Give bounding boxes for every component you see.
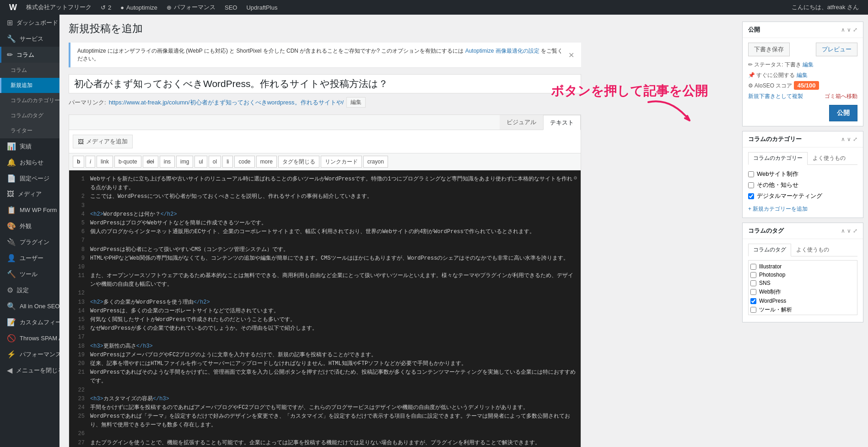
tags-expand-icon[interactable]: ⤢ bbox=[853, 228, 857, 234]
sidebar-item-label: 固定ページ bbox=[20, 174, 49, 183]
notice-link[interactable]: Autoptimize 画像最適化の設定 bbox=[465, 48, 539, 54]
toolbar-btn-close-tags[interactable]: タグを閉じる bbox=[278, 156, 319, 168]
metabox-expand-icon[interactable]: ⤢ bbox=[853, 27, 857, 33]
sidebar-item-throws-spam[interactable]: 🚫 Throws SPAM Away bbox=[0, 330, 59, 346]
category-checkbox-digital[interactable] bbox=[748, 193, 754, 199]
category-checkbox-web[interactable] bbox=[748, 171, 754, 177]
cat-toggle-icon[interactable]: ∨ bbox=[847, 136, 851, 142]
adminbar-updates[interactable]: ↺ 2 bbox=[96, 0, 116, 15]
tag-checkbox-sns[interactable] bbox=[750, 280, 756, 286]
tab-visual[interactable]: ビジュアル bbox=[500, 115, 543, 130]
sidebar-item-all-in-one-seo[interactable]: 🔍 All in One SEO bbox=[0, 298, 59, 314]
tags-toggle-icon[interactable]: ∨ bbox=[847, 228, 851, 234]
tag-checkbox-wordpress[interactable] bbox=[750, 298, 756, 304]
sidebar-item-user[interactable]: 👤 ユーザー bbox=[0, 250, 59, 266]
tag-checkbox-illustrator[interactable] bbox=[750, 264, 756, 270]
toolbar-btn-del[interactable]: del bbox=[143, 156, 158, 168]
add-category-link[interactable]: + 新規カテゴリーを追加 bbox=[748, 205, 857, 213]
sidebar-item-setting[interactable]: ⚙ 設定 bbox=[0, 282, 59, 298]
category-checkbox-other[interactable] bbox=[748, 182, 754, 188]
adminbar-updraftplus[interactable]: UpdraftPlus bbox=[242, 0, 282, 15]
trash-link[interactable]: ゴミ箱へ移動 bbox=[825, 93, 857, 100]
sidebar-item-column-tag[interactable]: コラムのタグ bbox=[0, 108, 59, 123]
code-line-23: 23<h3>カスタマイズの容易</h3> bbox=[69, 395, 581, 403]
category-tab-popular[interactable]: よく使うもの bbox=[808, 152, 851, 164]
category-tab-all[interactable]: コラムのカテゴリー bbox=[748, 152, 808, 165]
tag-checkbox-tool[interactable] bbox=[750, 307, 756, 313]
tag-item-digital: デジタルマーケティング bbox=[750, 315, 855, 315]
column-tags-metabox-header[interactable]: コラムのタグ ∧ ∨ ⤢ bbox=[743, 223, 863, 239]
tags-scroll-list[interactable]: Illustrator Photoshop SNS Web制作 bbox=[748, 260, 857, 315]
toolbar-btn-link[interactable]: link bbox=[97, 156, 113, 168]
tags-tab-popular[interactable]: よく使うもの bbox=[791, 244, 834, 256]
adminbar-seo[interactable]: SEO bbox=[220, 0, 242, 15]
publish-button[interactable]: 公開 bbox=[829, 105, 857, 121]
toolbar-btn-link-card[interactable]: リンクカード bbox=[321, 156, 362, 168]
sidebar-item-service[interactable]: 🔧 サービス bbox=[0, 31, 59, 47]
toolbar-btn-ul[interactable]: ul bbox=[194, 156, 207, 168]
sidebar-item-jisseki[interactable]: 📊 実績 bbox=[0, 138, 59, 154]
sidebar-item-oshirase[interactable]: 🔔 お知らせ bbox=[0, 154, 59, 170]
cat-expand-icon[interactable]: ⤢ bbox=[853, 136, 857, 142]
adminbar-wp-icon[interactable]: W bbox=[5, 0, 22, 15]
tag-checkbox-web[interactable] bbox=[750, 289, 756, 295]
content-main: 新規投稿を追加 Autoptimize にはオンザフライの画像最適化 (WebP… bbox=[59, 15, 590, 447]
sidebar-item-new-post[interactable]: 新規追加 bbox=[0, 78, 59, 93]
sidebar-item-performance[interactable]: ⚡ パフォーマンス bbox=[0, 346, 59, 362]
sidebar-item-writer[interactable]: ライター bbox=[0, 123, 59, 138]
toolbar-btn-b[interactable]: b bbox=[73, 156, 84, 168]
editor-settings-gear-icon[interactable]: ⚙ bbox=[574, 174, 577, 183]
column-tags-metabox-body: コラムのタグ よく使うもの Illustrator Photoshop SNS bbox=[743, 239, 863, 322]
adminbar-performance[interactable]: ⊕ パフォーマンス bbox=[162, 0, 220, 15]
tag-item-sns: SNS bbox=[750, 279, 855, 287]
sidebar-item-close-menu[interactable]: ◀ メニューを閉じる bbox=[0, 362, 59, 378]
tags-collapse-icon[interactable]: ∧ bbox=[841, 228, 845, 234]
toolbar-btn-ins[interactable]: ins bbox=[160, 156, 175, 168]
aioseo-icon: ⚙ bbox=[748, 82, 753, 89]
sidebar-item-label: カスタムフィールド bbox=[20, 318, 59, 327]
media-add-button[interactable]: 🖼 メディアを追加 bbox=[73, 135, 133, 148]
sidebar-item-column[interactable]: ✏ コラム bbox=[0, 47, 59, 63]
setting-icon: ⚙ bbox=[7, 286, 13, 294]
code-line-4: 4<h2>Wordpressとは何か？</h2> bbox=[69, 210, 581, 219]
adminbar-site[interactable]: 株式会社アットフリーク bbox=[22, 0, 96, 15]
toolbar-btn-code[interactable]: code bbox=[234, 156, 254, 168]
post-title-input[interactable] bbox=[69, 74, 581, 93]
preview-button[interactable]: プレビュー bbox=[816, 43, 857, 56]
toolbar-btn-img[interactable]: img bbox=[176, 156, 193, 168]
metabox-toggle-icon[interactable]: ∨ bbox=[847, 27, 851, 33]
toolbar-btn-crayon[interactable]: crayon bbox=[363, 156, 388, 168]
column-category-metabox-header[interactable]: コラムのカテゴリー ∧ ∨ ⤢ bbox=[743, 131, 863, 147]
sidebar-item-custom-field[interactable]: 📝 カスタムフィールド bbox=[0, 314, 59, 330]
visibility-edit-link[interactable]: 編集 bbox=[797, 72, 808, 78]
toolbar-btn-i[interactable]: i bbox=[86, 156, 95, 168]
toolbar-btn-ol[interactable]: ol bbox=[209, 156, 221, 168]
tag-checkbox-photoshop[interactable] bbox=[750, 272, 756, 278]
tab-text[interactable]: テキスト bbox=[543, 115, 581, 130]
sidebar-item-column-list[interactable]: コラム bbox=[0, 63, 59, 78]
publish-metabox-header[interactable]: 公開 ∧ ∨ ⤢ bbox=[743, 22, 863, 38]
code-editor[interactable]: ⚙ 1Webサイトを新たに立ち上げる際や古いサイトのリニューアル時に選ばれること… bbox=[69, 170, 581, 447]
new-post-label: 新規追加 bbox=[11, 82, 32, 89]
tags-tab-all[interactable]: コラムのタグ bbox=[748, 244, 791, 256]
permalink-link[interactable]: https://www.at-freak.jp/column/初心者がまず知って… bbox=[109, 98, 344, 107]
metabox-collapse-icon[interactable]: ∧ bbox=[841, 27, 845, 33]
notice-close-button[interactable]: ✕ bbox=[568, 51, 574, 60]
permalink-edit-button[interactable]: 編集 bbox=[346, 97, 366, 108]
sidebar-item-tool[interactable]: 🔨 ツール bbox=[0, 266, 59, 282]
status-edit-link[interactable]: 編集 bbox=[803, 61, 814, 68]
sidebar-item-plugin[interactable]: 🔌 プラグイン bbox=[0, 234, 59, 250]
new-draft-link[interactable]: 新規下書きとして複製 bbox=[748, 93, 803, 100]
toolbar-btn-more[interactable]: more bbox=[256, 156, 277, 168]
sidebar-item-dashboard[interactable]: ⊞ ダッシュボード bbox=[0, 15, 59, 31]
sidebar-item-mw-wp-form[interactable]: 📋 MW WP Form bbox=[0, 202, 59, 218]
sidebar-item-gaikan[interactable]: 🎨 外観 bbox=[0, 218, 59, 234]
sidebar-item-column-cat[interactable]: コラムのカテゴリー bbox=[0, 93, 59, 108]
toolbar-btn-bquote[interactable]: b-quote bbox=[114, 156, 141, 168]
save-draft-button[interactable]: 下書き保存 bbox=[748, 43, 790, 56]
toolbar-btn-li[interactable]: li bbox=[222, 156, 233, 168]
sidebar-item-media[interactable]: 🖼 メディア bbox=[0, 186, 59, 202]
sidebar-item-fixed-page[interactable]: 📄 固定ページ bbox=[0, 170, 59, 186]
cat-collapse-icon[interactable]: ∧ bbox=[841, 136, 845, 142]
adminbar-autoptimize[interactable]: ● Autoptimize bbox=[116, 0, 162, 15]
